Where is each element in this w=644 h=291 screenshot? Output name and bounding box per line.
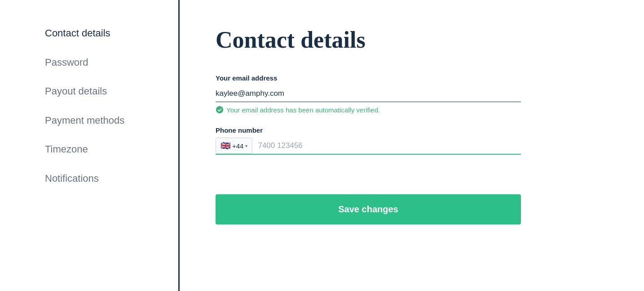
main-content: Contact details Your email address Your …	[180, 0, 644, 291]
page-title: Contact details	[216, 27, 608, 53]
sidebar-item-contact-details[interactable]: Contact details	[45, 27, 162, 40]
phone-form-group: Phone number 🇬🇧 +44 ▾	[216, 126, 608, 155]
phone-country-selector[interactable]: 🇬🇧 +44 ▾	[216, 138, 252, 154]
sidebar-divider	[178, 0, 180, 291]
email-label: Your email address	[216, 74, 608, 82]
email-form-group: Your email address Your email address ha…	[216, 74, 608, 114]
verified-message: Your email address has been automaticall…	[216, 106, 608, 114]
verified-icon	[216, 106, 224, 114]
chevron-down-icon: ▾	[245, 143, 247, 148]
svg-point-0	[216, 106, 223, 113]
sidebar-item-payment-methods[interactable]: Payment methods	[45, 114, 162, 127]
sidebar-item-password[interactable]: Password	[45, 56, 162, 69]
email-input[interactable]	[216, 85, 521, 102]
sidebar-item-timezone[interactable]: Timezone	[45, 143, 162, 156]
verified-text: Your email address has been automaticall…	[226, 106, 380, 114]
phone-input[interactable]	[252, 138, 521, 154]
country-code: +44	[232, 142, 243, 150]
sidebar-item-notifications[interactable]: Notifications	[45, 172, 162, 185]
phone-group: 🇬🇧 +44 ▾	[216, 138, 521, 155]
sidebar-item-payout-details[interactable]: Payout details	[45, 85, 162, 98]
flag-icon: 🇬🇧	[221, 141, 230, 151]
save-button[interactable]: Save changes	[216, 194, 521, 224]
sidebar: Contact details Password Payout details …	[0, 0, 180, 291]
phone-label: Phone number	[216, 126, 608, 134]
